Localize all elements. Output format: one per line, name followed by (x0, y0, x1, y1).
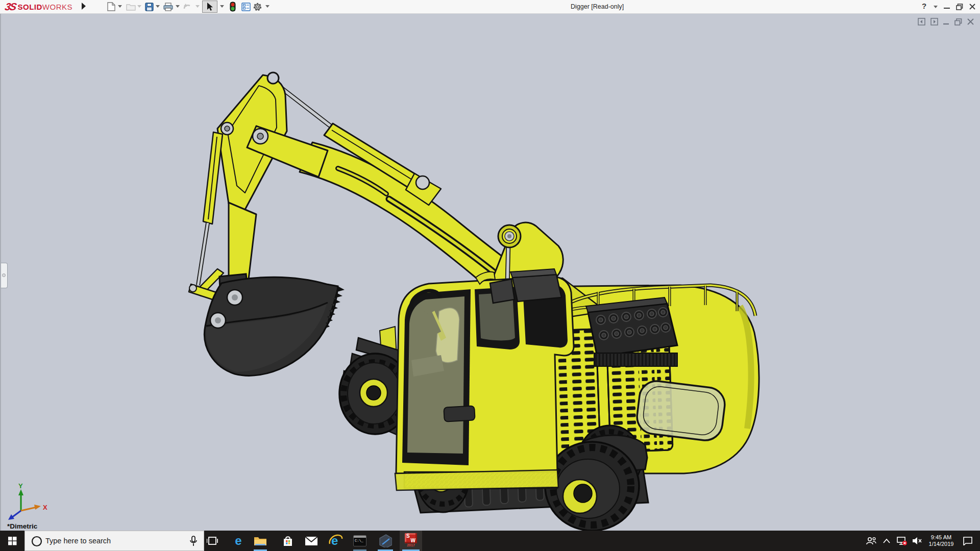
taskbar-file-explorer-button[interactable] (249, 531, 272, 551)
print-icon (163, 3, 173, 11)
system-tray: 9:45 AM 1/14/2019 (864, 531, 978, 551)
save-button[interactable] (144, 2, 154, 12)
store-icon (282, 535, 294, 547)
options-caret[interactable] (265, 5, 270, 8)
file-properties-icon (241, 3, 251, 11)
tray-time: 9:45 AM (925, 534, 958, 541)
solidworks-logo: 3S SOLIDWORKS (5, 1, 72, 13)
doc-minimize-icon[interactable] (943, 19, 949, 25)
triad-y-label: Y (18, 482, 23, 490)
command-prompt-icon: C:\_ (353, 535, 366, 546)
taskbar-search[interactable] (24, 531, 204, 551)
select-arrow-icon (206, 2, 213, 11)
cortana-circle-icon (31, 536, 42, 547)
undo-caret[interactable] (195, 5, 200, 8)
taskbar-edge-button[interactable]: e (227, 531, 250, 551)
panel-handle-dot-icon (2, 273, 6, 277)
taskbar-internet-explorer-button[interactable]: e (325, 531, 347, 551)
document-window-controls (918, 18, 974, 26)
taskbar-store-button[interactable] (277, 531, 299, 551)
dock-left-icon[interactable] (918, 18, 925, 26)
taskbar-clock[interactable]: 9:45 AM 1/14/2019 (925, 534, 958, 547)
featuremanager-collapsed-tab[interactable] (1, 263, 8, 288)
doc-close-icon[interactable] (967, 18, 974, 25)
action-center-icon (963, 536, 973, 545)
new-document-icon (107, 2, 115, 11)
show-hidden-icons-button[interactable] (879, 531, 894, 551)
solidworks-2017-icon: SW 2017 (404, 533, 418, 548)
microphone-icon[interactable] (189, 536, 198, 547)
action-center-button[interactable] (958, 531, 978, 551)
volume-button[interactable] (910, 531, 925, 551)
cab (395, 269, 574, 490)
mail-icon (305, 536, 318, 546)
engine-block (586, 297, 677, 366)
undo-button[interactable] (182, 2, 192, 12)
edge-icon: e (235, 534, 241, 548)
taskbar-mail-button[interactable] (300, 531, 323, 551)
orientation-triad[interactable]: Y X (5, 482, 54, 522)
dock-right-icon[interactable] (930, 18, 938, 26)
app-close-button[interactable] (965, 0, 980, 13)
rear-window (635, 379, 726, 442)
rebuild-traffic-light-icon (230, 2, 236, 12)
file-explorer-icon (254, 535, 267, 546)
help-button[interactable]: ? (922, 2, 926, 10)
undo-icon (182, 3, 192, 11)
taskbar-hexagon-app-button[interactable] (374, 531, 397, 551)
brand-text-light: WORKS (42, 3, 72, 11)
open-folder-icon (126, 3, 136, 11)
minimize-icon (944, 4, 950, 10)
print-caret[interactable] (176, 5, 180, 8)
network-status-button[interactable] (894, 531, 910, 551)
wheel-rear-near (545, 442, 639, 531)
excavator-bucket (204, 274, 345, 375)
new-document-caret[interactable] (118, 5, 122, 8)
open-caret[interactable] (137, 5, 141, 8)
search-input[interactable] (45, 531, 178, 550)
new-document-button[interactable] (106, 2, 116, 12)
volume-muted-icon (912, 537, 922, 545)
people-button[interactable] (864, 531, 879, 551)
view-orientation-label: *Dimetric (7, 522, 37, 530)
internet-explorer-icon: e (329, 534, 343, 548)
triad-x-label: X (43, 504, 47, 511)
doc-restore-icon[interactable] (954, 18, 962, 26)
select-tool-caret[interactable] (220, 5, 224, 8)
windows-logo-icon (8, 537, 17, 545)
hexagon-app-icon (379, 534, 392, 547)
windows-taskbar: e e C:\_ SW 2017 (0, 531, 980, 551)
people-icon (866, 536, 877, 545)
document-title: Digger [Read-only] (571, 3, 624, 10)
app-title-bar: 3S SOLIDWORKS Digger [Read-only] ? (0, 0, 980, 14)
file-properties-button[interactable] (241, 2, 251, 12)
save-caret[interactable] (156, 5, 160, 8)
taskbar-solidworks-button[interactable]: SW 2017 (400, 531, 422, 551)
brand-text-bold: SOLID (17, 3, 42, 11)
help-caret[interactable] (934, 6, 938, 8)
task-view-icon (207, 536, 218, 546)
restore-icon (956, 4, 963, 10)
chevron-up-icon (883, 539, 890, 543)
options-button[interactable] (252, 2, 262, 12)
open-button[interactable] (126, 2, 136, 12)
save-floppy-icon (145, 3, 154, 11)
options-gear-icon (253, 2, 262, 12)
task-view-button[interactable] (201, 531, 224, 551)
close-icon (969, 4, 975, 10)
print-button[interactable] (163, 2, 173, 12)
solidworks-logo-icon: 3S (4, 1, 17, 13)
network-disconnected-icon (896, 536, 908, 546)
taskbar-command-prompt-button[interactable]: C:\_ (349, 531, 371, 551)
select-tool-button[interactable] (202, 1, 217, 13)
tray-date: 1/14/2019 (925, 541, 958, 547)
graphics-viewport[interactable]: Y X *Dimetric (0, 14, 980, 531)
excavator-model-canvas[interactable] (1, 14, 980, 531)
rebuild-button[interactable] (228, 2, 238, 12)
start-button[interactable] (0, 531, 24, 551)
menu-flyout-arrow-icon[interactable] (82, 3, 86, 10)
